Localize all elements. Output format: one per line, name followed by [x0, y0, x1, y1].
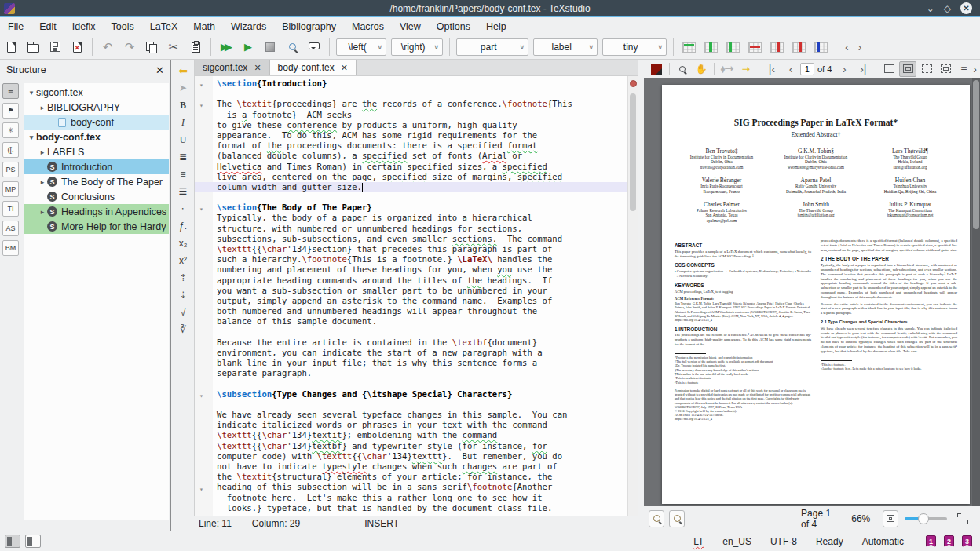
- fold-marker-icon[interactable]: ▾: [199, 80, 209, 90]
- expander-closed-icon[interactable]: ▸: [38, 178, 47, 186]
- menu-latex[interactable]: LaTeX: [142, 18, 185, 35]
- pdf-collapse-icon[interactable]: ›: [973, 63, 977, 75]
- open-file-icon[interactable]: [23, 37, 43, 57]
- tab-close-icon[interactable]: ✕: [341, 63, 348, 73]
- fold-marker-icon[interactable]: ▾: [199, 100, 209, 111]
- dropdown-left-delimiter[interactable]: \left(∨: [336, 38, 386, 56]
- side-tab-tikz[interactable]: TI: [2, 201, 19, 217]
- paste-icon[interactable]: [185, 37, 206, 57]
- side-tab-symbols[interactable]: ✳: [2, 122, 19, 138]
- dot-icon[interactable]: ⋅: [174, 201, 192, 217]
- view-pdf-icon[interactable]: [282, 37, 302, 57]
- superscript-icon[interactable]: x²: [174, 253, 192, 268]
- align-columns-icon[interactable]: [810, 37, 831, 57]
- pdf-canvas[interactable]: SIG Proceedings Paper in LaTeX Format* E…: [644, 78, 980, 506]
- pdf-next-page-icon[interactable]: ›: [836, 61, 853, 77]
- pdf-magnifier-icon[interactable]: [674, 61, 691, 77]
- menu-tools[interactable]: Tools: [104, 18, 142, 35]
- close-document-icon[interactable]: [67, 37, 87, 57]
- save-icon[interactable]: [45, 37, 65, 57]
- function-icon[interactable]: ƒ.: [174, 218, 192, 234]
- line-ending-label[interactable]: Automatic: [862, 536, 904, 547]
- fold-marker-icon[interactable]: ▾: [199, 204, 209, 214]
- editor-scrollbar-handle[interactable]: [630, 93, 636, 211]
- expander-open-icon[interactable]: ▾: [27, 89, 36, 97]
- maximize-icon[interactable]: ◇: [944, 4, 951, 13]
- compile-icon[interactable]: ▶: [238, 37, 258, 57]
- close-panel-icon[interactable]: ✕: [155, 64, 164, 76]
- spellcheck-language[interactable]: LT: [693, 536, 704, 547]
- fit-width-icon[interactable]: [880, 61, 898, 77]
- pdf-first-page-icon[interactable]: |‹: [763, 61, 781, 77]
- tree-item[interactable]: ▸SHeadings in Appendices: [24, 204, 169, 219]
- pdf-menu-icon[interactable]: ≡: [960, 63, 967, 75]
- pdf-zoom-slider[interactable]: [905, 517, 947, 520]
- menu-math[interactable]: Math: [185, 18, 223, 35]
- fit-selection-icon[interactable]: [918, 61, 935, 77]
- fold-gutter[interactable]: ▾▾▾▾▾: [195, 76, 213, 516]
- pdf-forward-icon[interactable]: ➝: [737, 61, 755, 77]
- side-tab-structure[interactable]: ≣: [2, 83, 19, 99]
- bookmark-flag-icon[interactable]: 3: [962, 535, 972, 547]
- tree-item[interactable]: SIntroduction: [24, 159, 169, 174]
- pdf-page-input[interactable]: 1: [800, 63, 814, 75]
- sqrt-icon[interactable]: √: [174, 305, 192, 320]
- menu-file[interactable]: File: [0, 18, 31, 35]
- bookmark-flag-icon[interactable]: 2: [944, 535, 954, 547]
- pdf-hand-tool-icon[interactable]: ✋: [693, 61, 710, 77]
- remove-row-icon[interactable]: [744, 37, 765, 57]
- expander-closed-icon[interactable]: ▸: [38, 208, 47, 216]
- fit-custom-icon[interactable]: [937, 61, 954, 77]
- locale-label[interactable]: en_US: [722, 536, 751, 547]
- side-tab-brackets[interactable]: ([.: [2, 142, 19, 158]
- side-tab-bookmarks[interactable]: ⚑: [2, 103, 19, 119]
- menu-help[interactable]: Help: [478, 18, 514, 35]
- toggle-bottom-panel-icon[interactable]: [25, 535, 41, 548]
- tab-sigconf.tex[interactable]: sigconf.tex✕: [195, 60, 270, 75]
- subscript-icon[interactable]: x₂: [174, 235, 192, 251]
- dropdown-reference[interactable]: label∨: [533, 38, 598, 56]
- dropdown-font-size[interactable]: tiny∨: [602, 38, 667, 56]
- fit-page-icon[interactable]: [899, 61, 916, 77]
- magnifier-tool-button[interactable]: [649, 510, 664, 527]
- tab-close-icon[interactable]: ✕: [254, 63, 261, 73]
- previous-document-icon[interactable]: ‹: [840, 41, 854, 53]
- menu-view[interactable]: View: [392, 18, 429, 35]
- pdf-scrollbar[interactable]: [972, 78, 980, 506]
- menu-options[interactable]: Options: [429, 18, 478, 35]
- encoding-label[interactable]: UTF-8: [770, 536, 797, 547]
- pdf-tex-icon[interactable]: [648, 61, 665, 77]
- cut-column-icon[interactable]: [788, 37, 809, 57]
- dropdown-sectioning[interactable]: part∨: [456, 38, 528, 56]
- align-right-icon[interactable]: ≣: [174, 149, 192, 165]
- align-center-icon[interactable]: ≡: [174, 166, 192, 182]
- tree-item[interactable]: ▸BIBLIOGRAPHY: [24, 100, 169, 115]
- bold-icon[interactable]: B: [174, 97, 192, 113]
- dropdown-right-delimiter[interactable]: \right)∨: [391, 38, 443, 56]
- menu-idefix[interactable]: Idefix: [64, 18, 104, 35]
- root-icon[interactable]: ∛: [174, 322, 192, 338]
- side-tab-asymptote[interactable]: AS: [2, 221, 19, 236]
- tree-item[interactable]: body-conf: [24, 115, 169, 130]
- editor-pdf-splitter[interactable]: [638, 60, 644, 516]
- magnifier-window-button[interactable]: [669, 510, 685, 527]
- side-tab-metapost[interactable]: MP: [2, 181, 19, 197]
- expander-open-icon[interactable]: ▾: [27, 133, 36, 141]
- redo-icon[interactable]: ↷: [119, 37, 140, 57]
- expander-closed-icon[interactable]: ▸: [38, 148, 47, 156]
- fold-marker-icon[interactable]: ▾: [199, 391, 209, 401]
- arrow-up-icon[interactable]: ⇡: [174, 270, 192, 286]
- forward-gray-arrow-icon[interactable]: ➤: [174, 80, 192, 96]
- italic-icon[interactable]: I: [174, 115, 192, 130]
- tree-item[interactable]: SMore Help for the Hardy: [24, 219, 169, 234]
- close-icon[interactable]: ✕: [960, 2, 972, 14]
- back-gold-arrow-icon[interactable]: ⬅: [174, 63, 192, 78]
- undo-icon[interactable]: ↶: [97, 37, 118, 57]
- next-document-icon[interactable]: ›: [854, 41, 867, 53]
- build-and-view-icon[interactable]: ▶▶: [216, 37, 236, 57]
- underline-icon[interactable]: U: [174, 132, 192, 148]
- add-column-icon[interactable]: [700, 37, 721, 57]
- side-tab-beamer[interactable]: BM: [2, 240, 19, 256]
- tree-item[interactable]: ▾body-conf.tex: [24, 130, 169, 144]
- menu-edit[interactable]: Edit: [31, 18, 64, 35]
